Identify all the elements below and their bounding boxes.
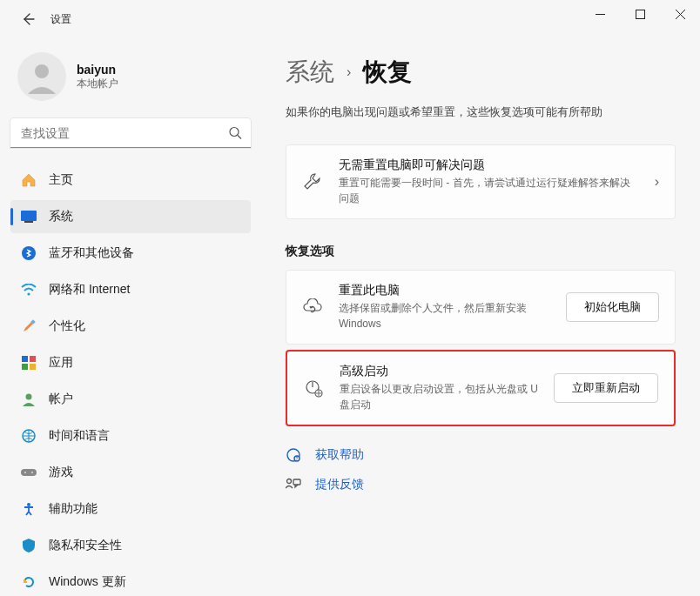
sidebar-item-update[interactable]: Windows 更新 <box>10 566 251 596</box>
sidebar-item-label: 辅助功能 <box>49 501 98 517</box>
sidebar-item-bluetooth[interactable]: 蓝牙和其他设备 <box>10 237 251 270</box>
cloud-reset-icon <box>302 298 323 316</box>
sidebar-item-label: 个性化 <box>49 318 85 334</box>
help-icon: ? <box>286 447 301 463</box>
back-button[interactable] <box>16 7 40 31</box>
search-icon <box>229 127 242 140</box>
power-gear-icon <box>303 378 324 398</box>
bluetooth-icon <box>21 245 37 261</box>
sidebar-item-personalization[interactable]: 个性化 <box>10 310 251 343</box>
sidebar-item-network[interactable]: 网络和 Internet <box>10 273 251 306</box>
svg-rect-3 <box>21 211 37 221</box>
page-title: 恢复 <box>363 56 412 89</box>
sidebar-item-label: Windows 更新 <box>49 574 126 590</box>
svg-point-6 <box>27 292 30 295</box>
apps-icon <box>21 355 37 371</box>
brush-icon <box>21 318 37 334</box>
close-button[interactable] <box>660 0 700 28</box>
sidebar-item-apps[interactable]: 应用 <box>10 346 251 379</box>
svg-text:?: ? <box>296 456 299 461</box>
sidebar: baiyun 本地帐户 主页 系统 蓝牙和其他设备 <box>0 38 261 596</box>
sidebar-item-label: 系统 <box>49 209 73 224</box>
svg-rect-10 <box>22 364 28 370</box>
svg-rect-0 <box>636 10 644 18</box>
reset-pc-button[interactable]: 初始化电脑 <box>566 292 659 322</box>
chevron-right-icon: › <box>347 64 351 80</box>
accessibility-icon <box>21 501 37 517</box>
svg-point-1 <box>35 64 49 78</box>
get-help-link[interactable]: 获取帮助 <box>315 447 364 463</box>
sidebar-item-accessibility[interactable]: 辅助功能 <box>10 492 251 526</box>
reset-sub: 选择保留或删除个人文件，然后重新安装 Windows <box>339 300 539 331</box>
breadcrumb-parent[interactable]: 系统 <box>286 56 334 89</box>
profile-sub: 本地帐户 <box>77 77 118 91</box>
reset-title: 重置此电脑 <box>339 283 550 298</box>
sidebar-item-time[interactable]: 时间和语言 <box>10 419 251 452</box>
breadcrumb: 系统 › 恢复 <box>286 56 676 89</box>
reset-pc-card: 重置此电脑 选择保留或删除个人文件，然后重新安装 Windows 初始化电脑 <box>286 270 676 345</box>
home-icon <box>21 172 37 188</box>
troubleshoot-sub: 重置可能需要一段时间 - 首先，请尝试通过运行疑难解答来解决问题 <box>339 175 639 206</box>
shield-icon <box>21 538 37 553</box>
svg-rect-14 <box>21 469 37 476</box>
svg-point-17 <box>27 503 30 506</box>
page-description: 如果你的电脑出现问题或希望重置，这些恢复选项可能有所帮助 <box>286 104 676 120</box>
sidebar-item-label: 时间和语言 <box>49 428 110 444</box>
main-content: 系统 › 恢复 如果你的电脑出现问题或希望重置，这些恢复选项可能有所帮助 无需重… <box>261 38 700 596</box>
update-icon <box>21 574 37 590</box>
svg-rect-4 <box>24 221 33 223</box>
svg-point-16 <box>31 472 33 473</box>
search-input[interactable] <box>10 118 251 148</box>
avatar <box>17 52 66 101</box>
sidebar-item-system[interactable]: 系统 <box>10 200 251 233</box>
profile[interactable]: baiyun 本地帐户 <box>10 38 251 118</box>
svg-point-23 <box>287 479 292 484</box>
advanced-startup-card: 高级启动 重启设备以更改启动设置，包括从光盘或 U 盘启动 立即重新启动 <box>286 350 676 426</box>
profile-name: baiyun <box>77 63 118 77</box>
sidebar-item-gaming[interactable]: 游戏 <box>10 456 251 489</box>
gamepad-icon <box>21 465 37 480</box>
sidebar-item-privacy[interactable]: 隐私和安全性 <box>10 529 251 562</box>
sidebar-item-accounts[interactable]: 帐户 <box>10 383 251 416</box>
advanced-startup-sub: 重启设备以更改启动设置，包括从光盘或 U 盘启动 <box>340 381 538 412</box>
troubleshoot-title: 无需重置电脑即可解决问题 <box>339 157 639 173</box>
advanced-startup-title: 高级启动 <box>340 364 538 379</box>
minimize-button[interactable] <box>580 0 620 28</box>
wrench-icon <box>302 172 323 191</box>
feedback-icon <box>286 478 301 492</box>
chevron-right-icon: › <box>655 174 659 190</box>
account-icon <box>21 392 37 407</box>
sidebar-item-home[interactable]: 主页 <box>10 164 251 197</box>
sidebar-item-label: 网络和 Internet <box>49 282 130 298</box>
svg-point-2 <box>230 128 239 137</box>
svg-rect-9 <box>30 356 36 362</box>
wifi-icon <box>21 282 37 298</box>
troubleshoot-card[interactable]: 无需重置电脑即可解决问题 重置可能需要一段时间 - 首先，请尝试通过运行疑难解答… <box>286 144 676 219</box>
restart-now-button[interactable]: 立即重新启动 <box>554 373 658 403</box>
svg-point-12 <box>26 394 32 400</box>
system-icon <box>21 209 37 224</box>
sidebar-item-label: 帐户 <box>49 392 73 407</box>
svg-rect-11 <box>30 364 36 370</box>
sidebar-item-label: 蓝牙和其他设备 <box>49 245 134 261</box>
globe-icon <box>21 428 37 444</box>
sidebar-item-label: 应用 <box>49 355 73 371</box>
svg-point-15 <box>24 472 26 473</box>
feedback-link[interactable]: 提供反馈 <box>315 477 364 492</box>
sidebar-item-label: 隐私和安全性 <box>49 538 122 553</box>
app-title: 设置 <box>50 12 71 27</box>
maximize-button[interactable] <box>620 0 660 28</box>
sidebar-item-label: 游戏 <box>49 465 73 480</box>
section-title: 恢复选项 <box>286 244 676 259</box>
svg-rect-8 <box>22 356 28 362</box>
sidebar-item-label: 主页 <box>49 172 73 188</box>
svg-rect-24 <box>293 479 300 485</box>
